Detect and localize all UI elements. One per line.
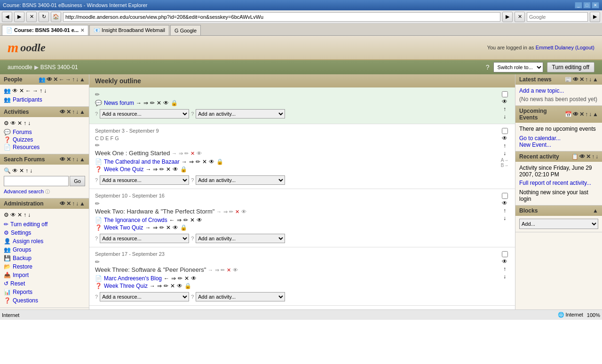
w2-eye[interactable]: 👁: [502, 200, 507, 206]
w2-help2[interactable]: ?: [191, 236, 194, 241]
w2-up[interactable]: ↑: [503, 207, 506, 214]
quizzes-link[interactable]: ❓ Quizzes: [4, 136, 85, 143]
ignorance-link[interactable]: The Ignorance of Crowds: [104, 217, 167, 223]
home-btn[interactable]: 🏠: [51, 12, 61, 22]
q1-edit[interactable]: ✏: [159, 166, 164, 173]
ig-edit[interactable]: ✏: [183, 217, 188, 223]
week1-add-resource-select[interactable]: Add a resource...: [100, 175, 189, 185]
week2-quiz-link[interactable]: Week Two Quiz: [104, 224, 143, 231]
week1-quiz-link[interactable]: Week One Quiz: [104, 166, 143, 173]
reports-link[interactable]: 📊 Reports: [4, 288, 85, 296]
w2-help1[interactable]: ?: [95, 236, 98, 241]
w2-edit2[interactable]: ✏: [229, 209, 233, 214]
t0-help1[interactable]: ?: [95, 111, 98, 117]
blocks-add-select[interactable]: Add...: [519, 219, 598, 229]
sf-x2[interactable]: ✕: [19, 167, 24, 174]
q2-hide[interactable]: 👁: [173, 224, 178, 231]
settings-link[interactable]: ⚙ Settings: [4, 229, 85, 237]
resources-link[interactable]: 📄 Resources: [4, 143, 85, 151]
admin-controls[interactable]: 👁 ✕ ↑ ↓ ▲: [60, 200, 85, 207]
ln-controls[interactable]: 📰 👁 ✕ ↑ ↓ ▲: [565, 76, 598, 83]
ue-up[interactable]: ↑: [585, 111, 588, 118]
sf-eye2[interactable]: 👁: [12, 167, 18, 174]
cat-del[interactable]: ✕: [202, 158, 207, 165]
breadcrumb-home[interactable]: aumoodle: [8, 64, 32, 71]
admin-x[interactable]: ✕: [66, 200, 71, 207]
new-event-link[interactable]: New Event...: [519, 142, 551, 148]
act-eye[interactable]: 👁: [60, 109, 65, 115]
q3-hide[interactable]: 👁: [177, 283, 182, 289]
go-btn[interactable]: Go: [70, 176, 85, 186]
nf-del[interactable]: ✕: [157, 100, 161, 106]
w1-up[interactable]: ↑: [503, 142, 506, 149]
w1-c[interactable]: C: [95, 135, 99, 141]
ue-controls[interactable]: 📅 👁 ✕ ↑ ↓ ▲: [565, 111, 598, 118]
people-darr[interactable]: ↓: [44, 87, 47, 94]
window-controls[interactable]: _ □ ✕: [575, 2, 599, 8]
w1-f[interactable]: F: [110, 135, 113, 141]
admin-collapse[interactable]: ▲: [79, 200, 85, 207]
q2-del[interactable]: ✕: [166, 224, 171, 231]
search-forums-controls[interactable]: 👁 ✕ ↑ ↓ ▲: [60, 156, 85, 163]
week2-add-resource-select[interactable]: Add a resource...: [100, 234, 189, 243]
act-eye2[interactable]: 👁: [10, 120, 16, 127]
people-rarr[interactable]: →: [32, 87, 38, 94]
refresh-btn[interactable]: ↻: [39, 12, 49, 22]
backup-link[interactable]: 💾 Backup: [4, 254, 85, 262]
w3-up[interactable]: ↑: [503, 266, 506, 272]
participants-link[interactable]: 👥 Participants: [4, 96, 85, 103]
ra-controls[interactable]: 📋 👁 ✕ ↑ ↓: [571, 153, 598, 160]
nf-move[interactable]: →: [136, 100, 142, 106]
w1-e[interactable]: E: [105, 135, 109, 141]
q1-hide[interactable]: 👁: [173, 166, 178, 173]
maximize-btn[interactable]: □: [583, 2, 591, 8]
ln-eye[interactable]: 👁: [573, 76, 578, 83]
q1-del[interactable]: ✕: [166, 166, 171, 173]
blocks-controls[interactable]: ▲: [593, 207, 598, 214]
week3-quiz-link[interactable]: Week Three Quiz: [104, 283, 148, 289]
switch-role-select[interactable]: Switch role to...: [493, 62, 543, 72]
w3-down[interactable]: ↓: [503, 273, 506, 280]
admin-up2[interactable]: ↑: [24, 212, 26, 218]
admin-x2[interactable]: ✕: [17, 212, 22, 218]
assign-roles-link[interactable]: 👤 Assign roles: [4, 237, 85, 245]
close-btn[interactable]: ✕: [592, 2, 599, 8]
w3-move[interactable]: →: [208, 267, 213, 273]
activities-controls[interactable]: 👁 ✕ ↑ ↓ ▲: [60, 109, 85, 115]
w3-help1[interactable]: ?: [95, 294, 98, 300]
cat-indent[interactable]: ⇒: [189, 158, 194, 165]
cathedral-link[interactable]: The Cathedral and the Bazaar: [104, 158, 180, 165]
ra-down[interactable]: ↓: [595, 153, 598, 160]
adv-search-help[interactable]: ⓘ: [45, 189, 50, 194]
w2-del2[interactable]: ✕: [235, 209, 239, 214]
people-x[interactable]: ✕: [19, 87, 24, 94]
nf-edit[interactable]: ✏: [150, 100, 155, 106]
admin-down2[interactable]: ↓: [28, 212, 31, 218]
nf-indent[interactable]: ⇒: [143, 100, 148, 106]
ma-indent[interactable]: ⇒: [171, 275, 176, 282]
ma-move[interactable]: ←: [164, 275, 169, 282]
sf-up[interactable]: ↑: [72, 156, 75, 163]
restore-link[interactable]: 📂 Restore: [4, 262, 85, 271]
people-del-icon[interactable]: ✕: [53, 76, 58, 83]
act-collapse[interactable]: ▲: [79, 109, 85, 115]
cat-hide[interactable]: 👁: [209, 158, 214, 165]
people-uarr[interactable]: ↑: [40, 87, 42, 94]
q2-indent[interactable]: ⇒: [153, 224, 158, 231]
q3-move[interactable]: →: [150, 283, 155, 289]
ma-hide[interactable]: 👁: [191, 275, 197, 282]
ln-up[interactable]: ↑: [585, 76, 588, 83]
w1-d[interactable]: D: [100, 135, 104, 141]
questions-link[interactable]: ❓ Questions: [4, 296, 85, 305]
add-new-topic-link[interactable]: Add a new topic...: [519, 87, 564, 94]
ig-hide[interactable]: 👁: [197, 217, 202, 223]
act-up[interactable]: ↑: [72, 109, 75, 115]
sf-collapse[interactable]: ▲: [79, 156, 85, 163]
ra-up[interactable]: ↑: [592, 153, 594, 160]
marc-link[interactable]: Marc Andreesen's Blog: [104, 275, 162, 282]
admin-up[interactable]: ↑: [72, 200, 75, 207]
import-link[interactable]: 📥 Import: [4, 271, 85, 279]
ue-down[interactable]: ↓: [589, 111, 592, 118]
week2-checkbox[interactable]: [502, 193, 508, 199]
groups-link[interactable]: 👥 Groups: [4, 245, 85, 254]
